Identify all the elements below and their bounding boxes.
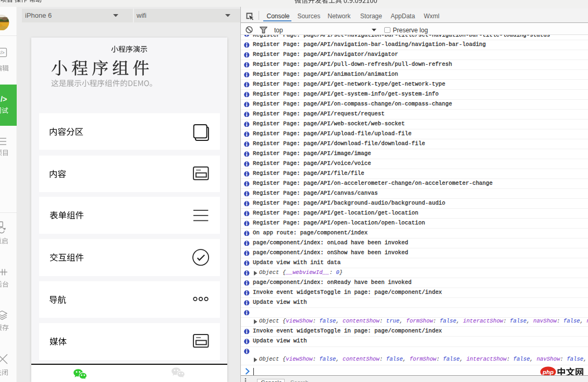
- svg-text:</>: </>: [0, 51, 5, 55]
- svg-text:php: php: [542, 369, 554, 375]
